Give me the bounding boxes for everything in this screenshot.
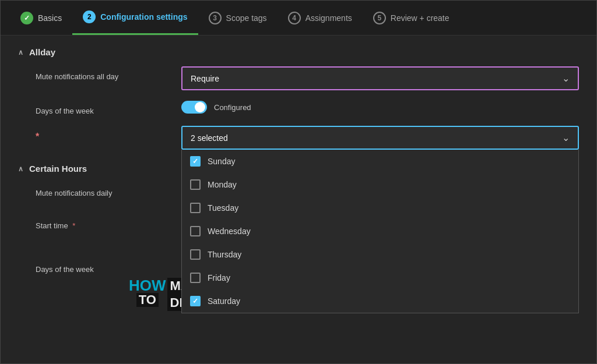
day-checkbox-thursday[interactable] <box>190 249 201 260</box>
day-item-wednesday[interactable]: Wednesday <box>182 220 578 243</box>
start-time-required: * <box>72 221 75 230</box>
day-item-saturday[interactable]: Saturday <box>182 289 578 313</box>
day-item-monday[interactable]: Monday <box>182 173 578 196</box>
step-label-assignments: Assignments <box>305 13 352 23</box>
day-label-saturday: Saturday <box>208 296 240 306</box>
step-label-basics: Basics <box>38 13 62 23</box>
nav-step-basics[interactable]: ✓ Basics <box>10 1 72 35</box>
watermark-how: HOW <box>129 278 166 293</box>
day-label-monday: Monday <box>208 180 237 189</box>
day-label-wednesday: Wednesday <box>208 227 251 236</box>
days-week-label: Days of the week <box>36 101 181 115</box>
day-label-thursday: Thursday <box>208 250 241 259</box>
start-time-label: Start time * <box>36 215 181 230</box>
days-dropdown-control: 2 selected ⌄ Sunday <box>181 126 579 150</box>
allday-section: ∧ Allday Mute notifications all day Requ… <box>18 47 579 150</box>
days-week-row: Days of the week Configured <box>18 101 579 115</box>
nav-step-assignments[interactable]: 4 Assignments <box>278 1 363 35</box>
main-content: ∧ Allday Mute notifications all day Requ… <box>1 36 596 363</box>
day-item-tuesday[interactable]: Tuesday <box>182 196 578 220</box>
mute-allday-row: Mute notifications all day Require ⌄ <box>18 66 579 90</box>
day-checkbox-wednesday[interactable] <box>190 226 201 236</box>
window: ✓ Basics 2 Configuration settings 3 Scop… <box>0 0 597 364</box>
days-selected-row: * 2 selected ⌄ Sunday <box>18 126 579 150</box>
days-week-control: Configured <box>181 101 579 114</box>
step-circle-review: 5 <box>373 12 386 24</box>
allday-title: Allday <box>29 47 55 57</box>
days-required-symbol: * <box>36 126 181 142</box>
nav-step-scope[interactable]: 3 Scope tags <box>198 1 278 35</box>
day-label-tuesday: Tuesday <box>208 203 238 213</box>
days-dropdown-open: 2 selected ⌄ Sunday <box>181 126 579 150</box>
certain-hours-days-label: Days of the week <box>36 259 181 274</box>
step-label-configuration: Configuration settings <box>100 12 187 22</box>
day-label-friday: Friday <box>208 273 230 282</box>
top-nav: ✓ Basics 2 Configuration settings 3 Scop… <box>1 1 596 36</box>
day-label-sunday: Sunday <box>208 157 235 166</box>
day-item-thursday[interactable]: Thursday <box>182 243 578 266</box>
allday-collapse-icon[interactable]: ∧ <box>18 48 23 56</box>
step-circle-scope: 3 <box>209 12 222 24</box>
days-selected-count: 2 selected <box>191 133 228 143</box>
days-dropdown-list: Sunday Monday Tuesday <box>181 150 579 313</box>
day-checkbox-friday[interactable] <box>190 273 201 283</box>
step-circle-configuration: 2 <box>83 10 96 23</box>
allday-header: ∧ Allday <box>18 47 579 57</box>
nav-step-review[interactable]: 5 Review + create <box>363 1 460 35</box>
day-checkbox-sunday[interactable] <box>190 156 201 167</box>
days-selected-dropdown[interactable]: 2 selected ⌄ <box>181 126 579 150</box>
toggle-thumb <box>195 102 205 112</box>
days-week-toggle[interactable] <box>181 101 207 114</box>
nav-step-configuration[interactable]: 2 Configuration settings <box>72 1 198 35</box>
day-item-friday[interactable]: Friday <box>182 266 578 289</box>
day-item-sunday[interactable]: Sunday <box>182 150 578 173</box>
mute-allday-control: Require ⌄ <box>181 66 579 90</box>
step-circle-assignments: 4 <box>288 12 301 24</box>
day-checkbox-tuesday[interactable] <box>190 203 201 213</box>
toggle-configured-label: Configured <box>214 103 251 112</box>
mute-allday-dropdown[interactable]: Require ⌄ <box>181 66 579 90</box>
mute-allday-chevron-icon: ⌄ <box>562 73 570 84</box>
day-checkbox-saturday[interactable] <box>190 296 201 306</box>
step-circle-basics: ✓ <box>20 12 33 24</box>
certain-hours-title: Certain Hours <box>29 164 87 174</box>
mute-daily-label: Mute notifications daily <box>36 183 181 197</box>
toggle-row: Configured <box>181 101 579 114</box>
mute-allday-label: Mute notifications all day <box>36 66 181 81</box>
mute-allday-value: Require <box>191 74 219 83</box>
step-label-scope: Scope tags <box>226 13 267 23</box>
watermark-to: TO <box>136 293 159 307</box>
certain-hours-collapse-icon[interactable]: ∧ <box>18 165 23 173</box>
days-dropdown-chevron-icon: ⌄ <box>562 132 570 143</box>
step-label-review: Review + create <box>391 13 449 23</box>
day-checkbox-monday[interactable] <box>190 179 201 190</box>
